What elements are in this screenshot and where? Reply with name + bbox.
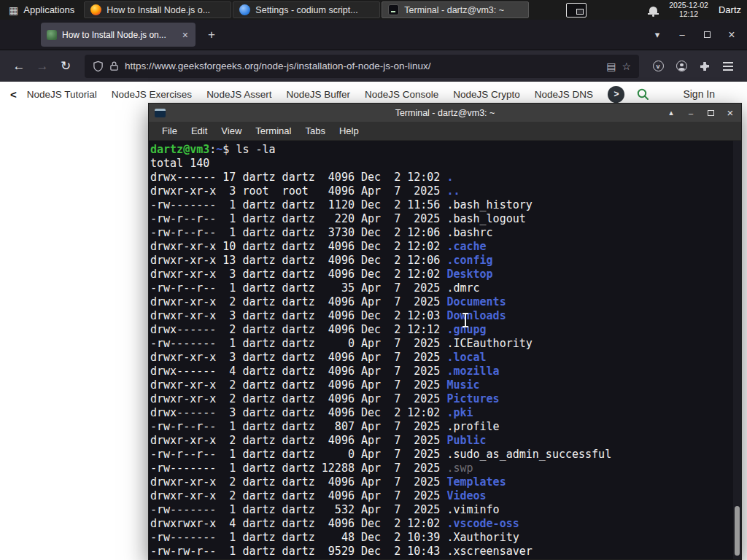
notification-bell-icon[interactable] [649, 7, 657, 13]
terminal-body[interactable]: dartz@vm3:~$ ls -la total 140 drwx------… [149, 141, 741, 559]
terminal-titlebar[interactable]: Terminal - dartz@vm3: ~ ▴ – × [149, 104, 741, 122]
maximize-icon [704, 31, 711, 38]
file-name: .bashrc [446, 226, 492, 239]
back-button[interactable]: ← [7, 55, 31, 77]
site-nav-item[interactable]: NodeJS Buffer [286, 89, 350, 100]
site-nav-item[interactable]: NodeJS DNS [535, 89, 593, 100]
terminal-menubar: FileEditViewTerminalTabsHelp [149, 122, 741, 141]
search-icon [636, 88, 649, 101]
terminal-line: drwxr-xr-x 3 dartz dartz 4096 Apr 7 2025… [150, 351, 732, 365]
tray-terminal-icon[interactable] [566, 3, 587, 18]
terminal-window-controls: ▴ – × [666, 106, 735, 119]
site-nav-item[interactable]: NodeJS Console [365, 89, 438, 100]
applications-menu-button[interactable]: ▦ Applications [0, 0, 83, 20]
terminal-line: drwxr-xr-x 3 root root 4096 Apr 7 2025 .… [150, 184, 732, 198]
panel-spacer [530, 0, 566, 20]
terminal-line: -rw------- 1 dartz dartz 532 Apr 7 2025 … [150, 503, 732, 517]
browser-close-button[interactable]: × [719, 25, 744, 45]
desktop: ▦ Applications How to Install Node.js o.… [0, 0, 747, 560]
terminal-shade-button[interactable]: ▴ [666, 108, 676, 117]
panel-clock[interactable]: 2025-12-02 12:12 [669, 1, 708, 18]
extensions-button[interactable] [693, 55, 716, 77]
file-name: Public [446, 434, 486, 447]
browser-maximize-button[interactable] [694, 25, 719, 45]
terminal-line: -rw------- 1 dartz dartz 48 Dec 2 10:39 … [150, 531, 732, 545]
account-button[interactable] [670, 55, 693, 77]
terminal-line: drwxr-xr-x 3 dartz dartz 4096 Dec 2 12:0… [150, 268, 732, 281]
terminal-line: drwx------ 4 dartz dartz 4096 Apr 7 2025… [150, 365, 732, 378]
terminal-menu-terminal[interactable]: Terminal [255, 125, 291, 136]
prompt-path: ~ [216, 143, 222, 156]
shield-icon[interactable] [93, 61, 104, 72]
new-tab-button[interactable]: + [201, 26, 222, 44]
site-nav-item[interactable]: NodeJS Exercises [112, 89, 192, 100]
reader-view-icon[interactable]: ▤ [606, 61, 616, 72]
terminal-menu-tabs[interactable]: Tabs [305, 125, 325, 136]
mouse-text-cursor [465, 314, 466, 326]
file-name: Pictures [446, 392, 499, 405]
file-name: .local [446, 351, 486, 364]
terminal-line: -rw-r--r-- 1 dartz dartz 0 Apr 7 2025 .s… [150, 448, 732, 462]
prompt-user-host: dartz@vm3 [150, 143, 209, 156]
reload-button[interactable]: ↻ [54, 55, 77, 77]
nav-scroll-left-icon[interactable]: < [10, 88, 17, 101]
file-name: .bash_history [446, 198, 532, 211]
terminal-menu-file[interactable]: File [162, 125, 177, 136]
site-nav-item[interactable]: NodeJS Crypto [453, 89, 520, 100]
puzzle-icon [699, 61, 711, 72]
terminal-line: drwx------ 2 dartz dartz 4096 Dec 2 12:1… [150, 323, 732, 337]
file-name: .bash_logout [446, 212, 525, 225]
prompt-colon: : [209, 143, 216, 156]
tab-bar: How to Install Node.js on... × + ▾ – × [0, 20, 747, 50]
site-nav-item[interactable]: NodeJS Assert [206, 89, 271, 100]
file-name: .config [446, 254, 492, 267]
terminal-maximize-button[interactable] [705, 110, 716, 116]
file-name: .vscode-oss [446, 517, 519, 530]
file-name: .viminfo [446, 503, 499, 516]
site-nav-links: NodeJS TutorialNodeJS ExercisesNodeJS As… [27, 89, 604, 100]
terminal-line: -rw-r--r-- 1 dartz dartz 35 Apr 7 2025 .… [150, 281, 732, 295]
tab-nodejs-install[interactable]: How to Install Node.js on... × [41, 23, 196, 47]
file-name: Videos [446, 489, 486, 502]
bookmark-star-icon[interactable]: ☆ [622, 61, 631, 72]
list-tabs-button[interactable]: ▾ [645, 25, 670, 45]
tab-close-icon[interactable]: × [181, 29, 190, 41]
browser-minimize-button[interactable]: – [670, 25, 694, 45]
pocket-button[interactable]: v [646, 55, 670, 77]
maximize-icon [708, 110, 714, 116]
terminal-close-button[interactable]: × [725, 106, 735, 119]
forward-button[interactable]: → [31, 55, 54, 77]
top-panel: ▦ Applications How to Install Node.js o.… [0, 0, 747, 20]
terminal-minimize-button[interactable]: – [686, 109, 696, 117]
terminal-icon [388, 4, 399, 15]
clock-date: 2025-12-02 [669, 1, 708, 10]
file-name: .sudo_as_admin_successful [446, 448, 611, 461]
tab-title: How to Install Node.js on... [62, 30, 176, 40]
terminal-line: -rw------- 1 dartz dartz 1120 Dec 2 11:5… [150, 198, 732, 212]
menu-button[interactable] [716, 55, 740, 77]
file-name: .Xauthority [446, 531, 519, 544]
terminal-line: drwxr-xr-x 10 dartz dartz 4096 Dec 2 12:… [150, 240, 732, 254]
codium-icon [239, 4, 250, 15]
nav-scroll-right-button[interactable]: > [608, 86, 624, 103]
terminal-scrollbar-thumb[interactable] [735, 506, 740, 556]
browser-toolbar: ← → ↻ https://www.geeksforgeeks.org/node… [0, 50, 747, 82]
terminal-menu-edit[interactable]: Edit [191, 125, 207, 136]
taskbar-item-firefox[interactable]: How to Install Node.js o... [84, 1, 231, 18]
site-search-button[interactable] [636, 88, 649, 101]
taskbar-item-terminal[interactable]: Terminal - dartz@vm3: ~ [382, 1, 529, 18]
terminal-scrollbar[interactable] [733, 141, 741, 559]
taskbar-item-settings[interactable]: Settings - codium script... [233, 1, 380, 18]
lock-icon[interactable] [109, 61, 119, 71]
terminal-menu-help[interactable]: Help [339, 125, 359, 136]
file-name: .cache [446, 240, 486, 253]
site-nav-item[interactable]: NodeJS Tutorial [27, 89, 97, 100]
terminal-line: drwxr-xr-x 2 dartz dartz 4096 Apr 7 2025… [150, 434, 732, 448]
pocket-icon: v [653, 61, 664, 71]
sign-in-button[interactable]: Sign In [683, 88, 715, 100]
terminal-window: Terminal - dartz@vm3: ~ ▴ – × FileEditVi… [148, 103, 742, 560]
terminal-menu-view[interactable]: View [221, 125, 241, 136]
url-bar[interactable]: https://www.geeksforgeeks.org/node-js/in… [85, 55, 639, 78]
url-text[interactable]: https://www.geeksforgeeks.org/node-js/in… [125, 61, 600, 71]
file-name: Downloads [446, 309, 506, 322]
